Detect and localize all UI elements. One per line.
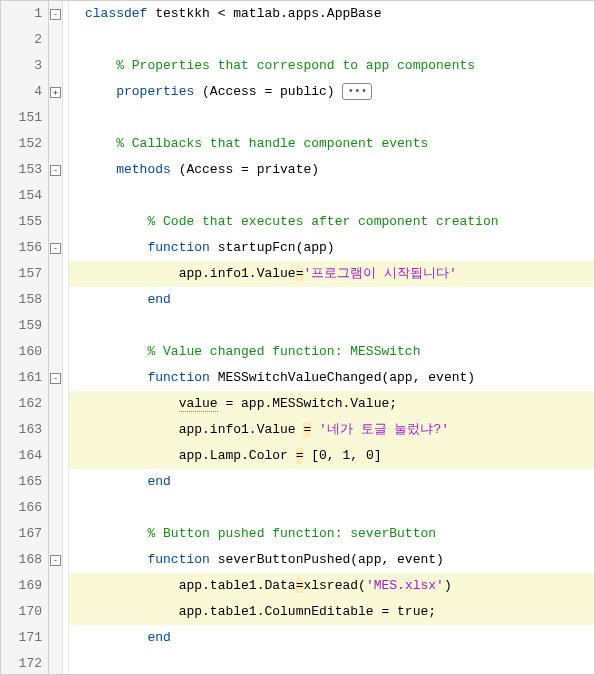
code-line[interactable]: methods (Access = private) xyxy=(69,157,594,183)
fold-toggle-icon[interactable]: - xyxy=(50,555,61,566)
code-line[interactable] xyxy=(69,651,594,674)
code-line[interactable]: end xyxy=(69,287,594,313)
code-line[interactable] xyxy=(69,495,594,521)
code-area[interactable]: classdef testkkh < matlab.apps.AppBase %… xyxy=(69,1,594,674)
fold-toggle-icon[interactable]: - xyxy=(50,165,61,176)
fold-column: - + - - - - - xyxy=(49,1,63,674)
code-editor: 1 2 3 4 151 152 153 154 155 156 157 158 … xyxy=(0,0,595,675)
line-number: 1 xyxy=(1,1,48,27)
line-number: 169 xyxy=(1,573,48,599)
line-number: 3 xyxy=(1,53,48,79)
fold-toggle-icon[interactable]: - xyxy=(50,373,61,384)
line-number: 2 xyxy=(1,27,48,53)
line-number: 158 xyxy=(1,287,48,313)
line-number: 156 xyxy=(1,235,48,261)
line-number: 170 xyxy=(1,599,48,625)
line-number: 153 xyxy=(1,157,48,183)
line-number: 165 xyxy=(1,469,48,495)
code-line[interactable]: end xyxy=(69,469,594,495)
line-number: 166 xyxy=(1,495,48,521)
code-line[interactable]: app.Lamp.Color = [0, 1, 0] xyxy=(69,443,594,469)
line-number: 172 xyxy=(1,651,48,675)
line-number-gutter: 1 2 3 4 151 152 153 154 155 156 157 158 … xyxy=(1,1,49,674)
line-number: 160 xyxy=(1,339,48,365)
code-line[interactable]: app.info1.Value = '네가 토글 눌렀냐?' xyxy=(69,417,594,443)
code-line[interactable] xyxy=(69,313,594,339)
line-number: 162 xyxy=(1,391,48,417)
line-number: 154 xyxy=(1,183,48,209)
code-line[interactable] xyxy=(69,27,594,53)
code-line[interactable]: % Properties that correspond to app comp… xyxy=(69,53,594,79)
code-line[interactable] xyxy=(69,183,594,209)
line-number: 163 xyxy=(1,417,48,443)
fold-toggle-icon[interactable]: + xyxy=(50,87,61,98)
code-line[interactable]: app.table1.ColumnEditable = true; xyxy=(69,599,594,625)
line-number: 152 xyxy=(1,131,48,157)
fold-toggle-icon[interactable]: - xyxy=(50,9,61,20)
line-number: 168 xyxy=(1,547,48,573)
code-line[interactable]: % Value changed function: MESSwitch xyxy=(69,339,594,365)
line-number: 4 xyxy=(1,79,48,105)
code-line[interactable]: properties (Access = public) ••• xyxy=(69,79,594,105)
code-line[interactable]: % Callbacks that handle component events xyxy=(69,131,594,157)
line-number: 167 xyxy=(1,521,48,547)
code-line[interactable]: classdef testkkh < matlab.apps.AppBase xyxy=(69,1,594,27)
code-line[interactable]: function startupFcn(app) xyxy=(69,235,594,261)
code-line[interactable]: function MESSwitchValueChanged(app, even… xyxy=(69,365,594,391)
folded-code-icon[interactable]: ••• xyxy=(342,83,372,100)
code-line[interactable]: function severButtonPushed(app, event) xyxy=(69,547,594,573)
code-line[interactable]: end xyxy=(69,625,594,651)
line-number: 164 xyxy=(1,443,48,469)
line-number: 159 xyxy=(1,313,48,339)
code-line[interactable]: % Code that executes after component cre… xyxy=(69,209,594,235)
fold-toggle-icon[interactable]: - xyxy=(50,243,61,254)
line-number: 151 xyxy=(1,105,48,131)
line-number: 171 xyxy=(1,625,48,651)
code-line[interactable]: app.info1.Value='프로그램이 시작됩니다' xyxy=(69,261,594,287)
line-number: 157 xyxy=(1,261,48,287)
line-number: 161 xyxy=(1,365,48,391)
code-line[interactable]: value = app.MESSwitch.Value; xyxy=(69,391,594,417)
code-line[interactable]: app.table1.Data=xlsread('MES.xlsx') xyxy=(69,573,594,599)
code-line[interactable] xyxy=(69,105,594,131)
line-number: 155 xyxy=(1,209,48,235)
code-line[interactable]: % Button pushed function: severButton xyxy=(69,521,594,547)
